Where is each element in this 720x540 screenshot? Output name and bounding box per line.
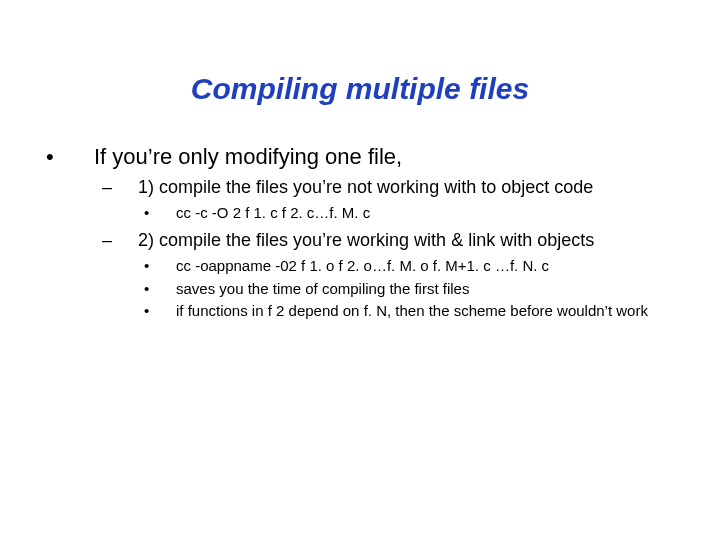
list-text: If you’re only modifying one file, xyxy=(94,144,402,169)
dash-icon: – xyxy=(120,176,138,199)
slide-title: Compiling multiple files xyxy=(0,72,720,106)
bullet-icon: • xyxy=(160,279,176,299)
list-item: •if functions in f 2 depend on f. N, the… xyxy=(160,301,670,321)
dash-icon: – xyxy=(120,229,138,252)
list-item: –2) compile the files you’re working wit… xyxy=(120,229,670,252)
list-text: saves you the time of compiling the firs… xyxy=(176,280,469,297)
list-item: –1) compile the files you’re not working… xyxy=(120,176,670,199)
list-text: 1) compile the files you’re not working … xyxy=(138,177,593,197)
list-text: 2) compile the files you’re working with… xyxy=(138,230,594,250)
bullet-icon: • xyxy=(160,301,176,321)
list-text: if functions in f 2 depend on f. N, then… xyxy=(176,302,648,319)
list-item: •cc -oappname -02 f 1. o f 2. o…f. M. o … xyxy=(160,256,670,276)
bullet-icon: • xyxy=(160,256,176,276)
bullet-icon: • xyxy=(70,144,94,170)
list-text: cc -c -O 2 f 1. c f 2. c…f. M. c xyxy=(176,204,370,221)
bullet-icon: • xyxy=(160,203,176,223)
list-item: •cc -c -O 2 f 1. c f 2. c…f. M. c xyxy=(160,203,670,223)
list-item: •If you’re only modifying one file, xyxy=(70,144,670,170)
list-item: •saves you the time of compiling the fir… xyxy=(160,279,670,299)
list-text: cc -oappname -02 f 1. o f 2. o…f. M. o f… xyxy=(176,257,549,274)
slide: Compiling multiple files •If you’re only… xyxy=(0,72,720,540)
